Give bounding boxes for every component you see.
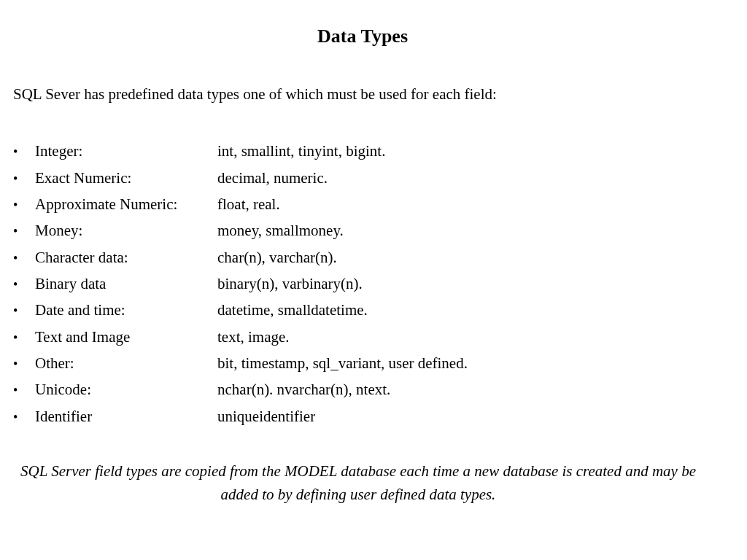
values-text: decimal, numeric. [217,165,725,191]
footnote-text: SQL Server field types are copied from t… [13,460,703,506]
bullet-icon: • [13,194,35,217]
list-item: • Identifier uniqueidentifier [13,403,725,429]
bullet-icon: • [13,168,35,190]
category-label: Other: [35,350,217,376]
bullet-icon: • [13,353,35,376]
values-text: float, real. [217,191,725,217]
values-text: bit, timestamp, sql_variant, user define… [217,350,725,376]
values-text: char(n), varchar(n). [217,244,725,271]
category-label: Character data: [35,244,217,271]
page-title: Data Types [0,26,725,47]
bullet-icon: • [13,327,35,349]
list-item: • Approximate Numeric: float, real. [13,191,725,217]
list-item: • Other: bit, timestamp, sql_variant, us… [13,350,725,376]
bullet-icon: • [13,300,35,322]
list-item: • Money: money, smallmoney. [13,217,725,244]
bullet-icon: • [13,247,35,270]
bullet-icon: • [13,220,35,243]
category-label: Unicode: [35,376,217,402]
category-label: Binary data [35,271,217,297]
category-label: Date and time: [35,297,217,323]
values-text: binary(n), varbinary(n). [217,271,725,297]
bullet-icon: • [13,406,35,429]
category-label: Approximate Numeric: [35,191,217,217]
values-text: money, smallmoney. [217,217,725,244]
bullet-icon: • [13,273,35,296]
category-label: Integer: [35,138,217,164]
values-text: uniqueidentifier [217,403,725,429]
bullet-icon: • [13,379,35,402]
category-label: Text and Image [35,324,217,350]
list-item: • Exact Numeric: decimal, numeric. [13,165,725,191]
list-item: • Unicode: nchar(n). nvarchar(n), ntext. [13,376,725,402]
list-item: • Text and Image text, image. [13,324,725,350]
category-label: Identifier [35,403,217,429]
list-item: • Binary data binary(n), varbinary(n). [13,271,725,297]
data-type-list: • Integer: int, smallint, tinyint, bigin… [13,138,725,429]
bullet-icon: • [13,141,35,163]
values-text: int, smallint, tinyint, bigint. [217,138,725,164]
values-text: text, image. [217,324,725,350]
category-label: Money: [35,217,217,244]
list-item: • Character data: char(n), varchar(n). [13,244,725,271]
list-item: • Integer: int, smallint, tinyint, bigin… [13,138,725,164]
values-text: datetime, smalldatetime. [217,297,725,323]
category-label: Exact Numeric: [35,165,217,191]
values-text: nchar(n). nvarchar(n), ntext. [217,376,725,402]
list-item: • Date and time: datetime, smalldatetime… [13,297,725,323]
intro-text: SQL Sever has predefined data types one … [13,84,725,105]
